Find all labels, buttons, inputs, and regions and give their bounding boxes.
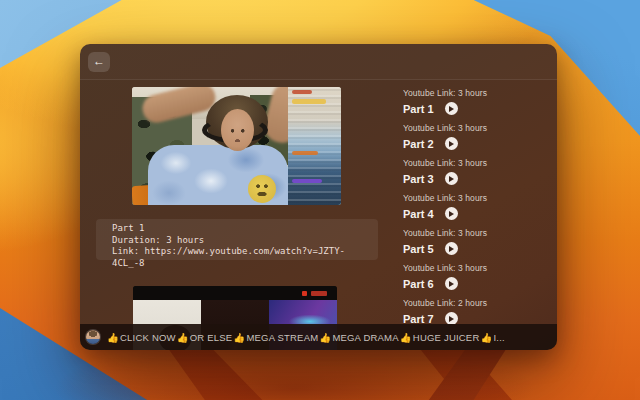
playlist-item: Youtube Link: 2 hours Part 7 [403, 298, 557, 324]
play-triangle-icon [449, 281, 454, 287]
streamer-face-shape [221, 109, 254, 151]
thumbnail2-black-bar [133, 286, 337, 300]
thumbs-up-icon: 👍 [399, 332, 413, 343]
playlist-item: Youtube Link: 3 hours Part 5 [403, 228, 557, 263]
video-info-box: Part 1 Duration: 3 hours Link: https://w… [96, 219, 378, 260]
app-window: ← [80, 44, 557, 350]
thumbs-up-icon: 👍 [176, 332, 190, 343]
playlist-item-meta: Youtube Link: 3 hours [403, 123, 557, 133]
playlist-item-meta: Youtube Link: 3 hours [403, 228, 557, 238]
ticker-bar: 👍CLICK NOW👍OR ELSE👍MEGA STREAM👍MEGA DRAM… [80, 324, 557, 350]
playlist-item-meta: Youtube Link: 3 hours [403, 88, 557, 98]
playlist-item-row[interactable]: Part 7 [403, 312, 557, 324]
playlist-item: Youtube Link: 3 hours Part 2 [403, 123, 557, 158]
stream-chat-column [288, 87, 341, 205]
ticker-segment: OR ELSE [190, 332, 233, 343]
live-badge-text-shape [311, 291, 327, 296]
thumbs-up-icon: 👍 [479, 332, 493, 343]
video-link: Link: https://www.youtube.com/watch?v=JZ… [112, 246, 362, 269]
playlist-item-row[interactable]: Part 3 [403, 172, 557, 185]
thumbs-up-icon: 👍 [232, 332, 246, 343]
playlist-item-row[interactable]: Part 2 [403, 137, 557, 150]
ticker-text: 👍CLICK NOW👍OR ELSE👍MEGA STREAM👍MEGA DRAM… [106, 332, 505, 343]
play-icon[interactable] [445, 102, 458, 115]
playlist-item-title: Part 7 [403, 313, 434, 325]
playlist-item-row[interactable]: Part 1 [403, 102, 557, 115]
playlist-item-meta: Youtube Link: 2 hours [403, 298, 557, 308]
play-triangle-icon [449, 316, 454, 322]
playlist-item-meta: Youtube Link: 3 hours [403, 263, 557, 273]
back-button[interactable]: ← [88, 52, 110, 72]
chat-highlight-purple [292, 179, 322, 183]
ticker-segment: CLICK NOW [120, 332, 176, 343]
playlist-item: Youtube Link: 3 hours Part 6 [403, 263, 557, 298]
playlist-item-title: Part 3 [403, 173, 434, 185]
smiley-logo-shape [248, 175, 276, 203]
play-icon[interactable] [445, 277, 458, 290]
playlist-item: Youtube Link: 3 hours Part 4 [403, 193, 557, 228]
ticker-segment: MEGA STREAM [246, 332, 318, 343]
back-arrow-icon: ← [93, 54, 105, 68]
play-icon[interactable] [445, 312, 458, 324]
ticker-segment: MEGA DRAMA [332, 332, 398, 343]
play-triangle-icon [449, 106, 454, 112]
playlist-sidebar: Youtube Link: 3 hours Part 1 Youtube Lin… [403, 88, 557, 324]
chat-highlight-yellow [292, 99, 326, 104]
video-duration: Duration: 3 hours [112, 235, 362, 247]
thumbs-up-icon: 👍 [318, 332, 332, 343]
streamer-avatar [86, 330, 100, 344]
playlist-item-title: Part 4 [403, 208, 434, 220]
play-triangle-icon [449, 141, 454, 147]
play-icon[interactable] [445, 242, 458, 255]
play-icon[interactable] [445, 137, 458, 150]
playlist-item-title: Part 5 [403, 243, 434, 255]
playlist-item-row[interactable]: Part 5 [403, 242, 557, 255]
play-triangle-icon [449, 211, 454, 217]
play-triangle-icon [449, 246, 454, 252]
ticker-segment: HUGE JUICER [413, 332, 480, 343]
chat-lines-texture [288, 87, 341, 205]
playlist-item-meta: Youtube Link: 3 hours [403, 158, 557, 168]
playlist-item-title: Part 6 [403, 278, 434, 290]
video-title: Part 1 [112, 223, 362, 235]
playlist-item: Youtube Link: 3 hours Part 1 [403, 88, 557, 123]
chat-highlight-orange [292, 151, 318, 155]
ticker-segment: I... [494, 332, 505, 343]
chat-highlight-red [292, 90, 312, 94]
playlist-item-row[interactable]: Part 6 [403, 277, 557, 290]
playlist-item: Youtube Link: 3 hours Part 3 [403, 158, 557, 193]
live-badge-icon [302, 291, 307, 296]
window-header: ← [80, 44, 557, 80]
play-triangle-icon [449, 176, 454, 182]
desktop: ← [0, 0, 640, 400]
main-video-thumbnail[interactable] [132, 87, 341, 205]
playlist-item-row[interactable]: Part 4 [403, 207, 557, 220]
play-icon[interactable] [445, 207, 458, 220]
thumbs-up-icon: 👍 [106, 332, 120, 343]
playlist-item-meta: Youtube Link: 3 hours [403, 193, 557, 203]
play-icon[interactable] [445, 172, 458, 185]
playlist-item-title: Part 2 [403, 138, 434, 150]
playlist-item-title: Part 1 [403, 103, 434, 115]
